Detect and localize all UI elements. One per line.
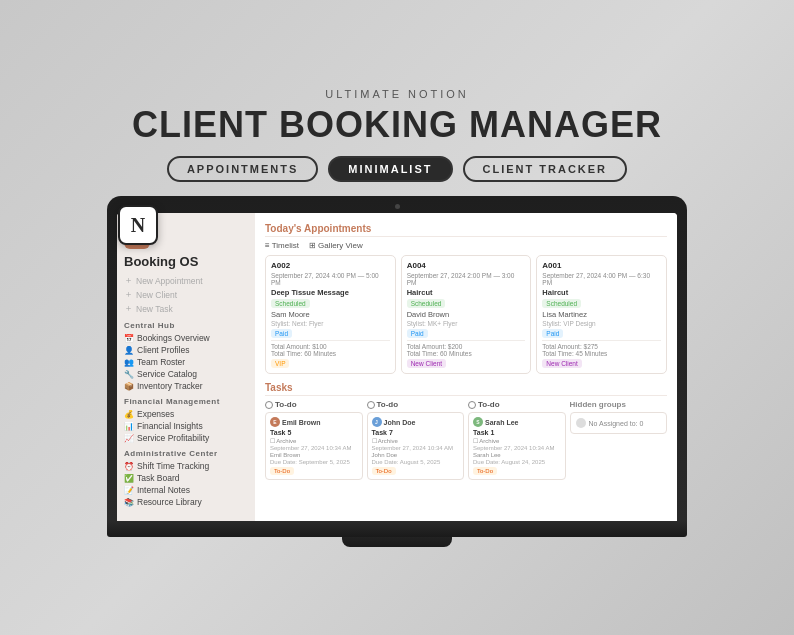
section-label-admin: Administrative Center	[124, 449, 248, 458]
task-archive-2[interactable]: ☐ Archive	[372, 437, 460, 444]
team-icon: 👥	[124, 358, 134, 367]
laptop-stand	[342, 537, 452, 547]
task-due-1: Due Date: September 5, 2025	[270, 459, 358, 465]
sidebar-item-notes[interactable]: 📝 Internal Notes	[124, 485, 248, 495]
timelist-view-btn[interactable]: ≡ Timelist	[265, 241, 299, 250]
task-assignee-3: Sarah Lee	[473, 452, 561, 458]
view-toggle: ≡ Timelist ⊞ Gallery View	[265, 241, 667, 250]
sidebar-item-team[interactable]: 👥 Team Roster	[124, 357, 248, 367]
sidebar-item-service[interactable]: 🔧 Service Catalog	[124, 369, 248, 379]
tag-new-client-3: New Client	[542, 359, 581, 368]
financial-icon: 📊	[124, 422, 134, 431]
sidebar-item-financial[interactable]: 📊 Financial Insights	[124, 421, 248, 431]
task-person-3: S Sarah Lee	[473, 417, 561, 427]
sidebar-item-resource[interactable]: 📚 Resource Library	[124, 497, 248, 507]
task-archive-3[interactable]: ☐ Archive	[473, 437, 561, 444]
appt-amount-3: Total Amount: $275	[542, 343, 661, 350]
appt-stylist-2: Stylist: MK+ Flyer	[407, 320, 526, 327]
sidebar-page-title: Booking OS	[124, 254, 248, 269]
appt-card-3[interactable]: A001 September 27, 2024 4:00 PM — 6:30 P…	[536, 255, 667, 374]
hidden-groups-col: Hidden groups No Assigned to: 0	[570, 400, 668, 480]
badges-row: APPOINTMENTS MINIMALIST CLIENT TRACKER	[132, 156, 662, 182]
sidebar-item-bookings[interactable]: 📅 Bookings Overview	[124, 333, 248, 343]
task-name-3: Task 1	[473, 429, 561, 436]
todo-header: To-do	[265, 400, 363, 409]
badge-scheduled-2: Scheduled	[407, 299, 446, 308]
task-due-2: Due Date: August 5, 2025	[372, 459, 460, 465]
appt-card-2[interactable]: A004 September 27, 2024 2:00 PM — 3:00 P…	[401, 255, 532, 374]
sidebar-item-shift[interactable]: ⏰ Shift Time Tracking	[124, 461, 248, 471]
notion-logo-badge: N	[118, 205, 158, 245]
sidebar-item-taskboard[interactable]: ✅ Task Board	[124, 473, 248, 483]
expenses-icon: 💰	[124, 410, 134, 419]
appt-time-3: Total Time: 45 Minutes	[542, 350, 661, 357]
task-due-3: Due Date: August 24, 2025	[473, 459, 561, 465]
todo-circle-icon-3	[468, 401, 476, 409]
appt-amount-2: Total Amount: $200	[407, 343, 526, 350]
appt-date-2: September 27, 2024 2:00 PM — 3:00 PM	[407, 272, 526, 286]
bookings-icon: 📅	[124, 334, 134, 343]
camera	[395, 204, 400, 209]
appt-service-3: Haircut	[542, 288, 661, 297]
shift-icon: ⏰	[124, 462, 134, 471]
appt-card-1[interactable]: A002 September 27, 2024 4:00 PM — 5:00 P…	[265, 255, 396, 374]
new-appointment[interactable]: ＋ New Appointment	[124, 275, 248, 287]
new-client-label: New Client	[136, 290, 177, 300]
appt-date-3: September 27, 2024 4:00 PM — 6:30 PM	[542, 272, 661, 286]
taskboard-icon: ✅	[124, 474, 134, 483]
badge-scheduled-3: Scheduled	[542, 299, 581, 308]
sidebar-item-expenses[interactable]: 💰 Expenses	[124, 409, 248, 419]
task-col-2: To-do J John Doe Task 7 ☐ Archive Septem…	[367, 400, 465, 480]
task-name-2: Task 7	[372, 429, 460, 436]
new-client[interactable]: ＋ New Client	[124, 289, 248, 301]
sidebar-item-profitability[interactable]: 📈 Service Profitability	[124, 433, 248, 443]
appointments-section-title: Today's Appointments	[265, 223, 667, 237]
appt-client-2: David Brown	[407, 310, 526, 319]
laptop-base	[107, 521, 687, 537]
badge-appointments[interactable]: APPOINTMENTS	[167, 156, 318, 182]
avatar-2: J	[372, 417, 382, 427]
main-content: Today's Appointments ≡ Timelist ⊞ Galler…	[255, 213, 677, 521]
plus-icon-1: ＋	[124, 275, 133, 287]
todo-header-2: To-do	[367, 400, 465, 409]
appt-date-1: September 27, 2024 4:00 PM — 5:00 PM	[271, 272, 390, 286]
notes-icon: 📝	[124, 486, 134, 495]
task-card-1[interactable]: E Emil Brown Task 5 ☐ Archive September …	[265, 412, 363, 480]
badge-minimalist[interactable]: MINIMALIST	[328, 156, 452, 182]
clients-icon: 👤	[124, 346, 134, 355]
tasks-grid: To-do E Emil Brown Task 5 ☐ Archive	[265, 400, 667, 480]
laptop: 📞 Booking OS ＋ New Appointment ＋ New Cli…	[107, 196, 687, 547]
new-task-label: New Task	[136, 304, 173, 314]
tag-new-client-2: New Client	[407, 359, 446, 368]
tag-todo-2: To-Do	[372, 467, 396, 475]
todo-circle-icon-2	[367, 401, 375, 409]
sidebar: 📞 Booking OS ＋ New Appointment ＋ New Cli…	[117, 213, 255, 521]
plus-icon-3: ＋	[124, 303, 133, 315]
task-archive-1[interactable]: ☐ Archive	[270, 437, 358, 444]
new-task[interactable]: ＋ New Task	[124, 303, 248, 315]
screen: 📞 Booking OS ＋ New Appointment ＋ New Cli…	[117, 213, 677, 521]
gallery-icon: ⊞	[309, 241, 316, 250]
appointments-grid: A002 September 27, 2024 4:00 PM — 5:00 P…	[265, 255, 667, 374]
tag-todo-3: To-Do	[473, 467, 497, 475]
resource-icon: 📚	[124, 498, 134, 507]
inventory-icon: 📦	[124, 382, 134, 391]
task-card-2[interactable]: J John Doe Task 7 ☐ Archive September 27…	[367, 412, 465, 480]
service-icon: 🔧	[124, 370, 134, 379]
tag-todo-1: To-Do	[270, 467, 294, 475]
todo-column: To-do E Emil Brown Task 5 ☐ Archive	[265, 400, 363, 480]
badge-paid-1: Paid	[271, 329, 292, 338]
hidden-groups-header: Hidden groups	[570, 400, 668, 409]
main-title: CLIENT BOOKING MANAGER	[132, 104, 662, 146]
gallery-view-btn[interactable]: ⊞ Gallery View	[309, 241, 363, 250]
appt-stylist-3: Stylist: VIP Design	[542, 320, 661, 327]
task-person-1: E Emil Brown	[270, 417, 358, 427]
task-card-3[interactable]: S Sarah Lee Task 1 ☐ Archive September 2…	[468, 412, 566, 480]
section-label-financial: Financial Management	[124, 397, 248, 406]
sidebar-item-clients[interactable]: 👤 Client Profiles	[124, 345, 248, 355]
badge-client-tracker[interactable]: CLIENT TRACKER	[463, 156, 628, 182]
appt-service-1: Deep Tissue Message	[271, 288, 390, 297]
sidebar-item-inventory[interactable]: 📦 Inventory Tracker	[124, 381, 248, 391]
top-label: ULTIMATE NOTION	[132, 88, 662, 100]
hidden-groups-card[interactable]: No Assigned to: 0	[570, 412, 668, 434]
